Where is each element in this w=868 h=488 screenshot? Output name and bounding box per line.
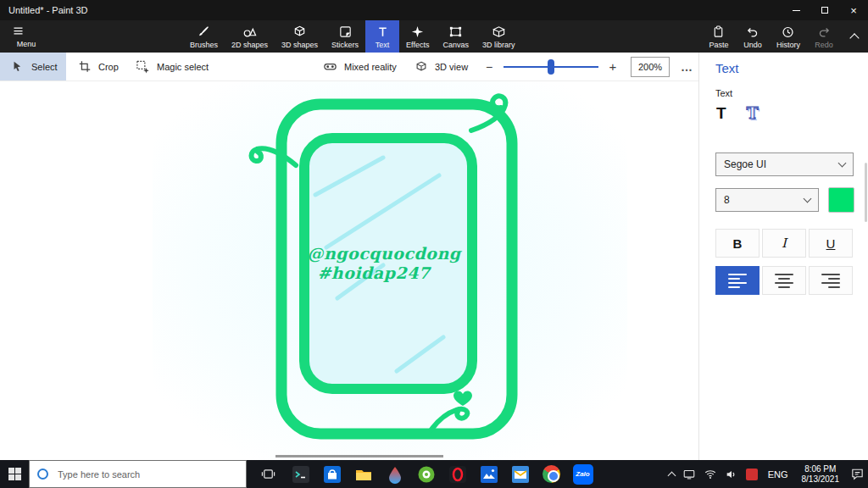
paste-button[interactable]: Paste (702, 20, 736, 53)
tool-brushes[interactable]: Brushes (183, 20, 225, 53)
crop-button[interactable]: Crop (78, 53, 119, 80)
app-icon-opera[interactable] (442, 460, 473, 488)
crop-label: Crop (98, 62, 119, 72)
plus-icon: + (609, 59, 617, 74)
taskbar-apps: Zalo (285, 460, 598, 488)
tool-label: Brushes (190, 41, 218, 49)
select-tool-button[interactable]: Select (0, 53, 66, 80)
align-center-button[interactable] (762, 266, 806, 295)
2d-text-button[interactable]: T (713, 103, 730, 125)
close-button[interactable]: × (839, 0, 868, 20)
tool-stickers[interactable]: Stickers (325, 20, 365, 53)
app-icon-terminal[interactable] (285, 460, 316, 488)
tool-canvas[interactable]: Canvas (436, 20, 476, 53)
tool-2d-shapes[interactable]: 2D shapes (225, 20, 275, 53)
3d-view-button[interactable]: 3D view (415, 53, 468, 80)
app-icon-mail[interactable] (504, 460, 536, 488)
app-icon-coccoc[interactable] (410, 460, 442, 488)
wifi-tray-button[interactable] (704, 468, 717, 481)
tool-label: 2D shapes (231, 41, 268, 49)
minimize-button[interactable] (782, 0, 810, 20)
zoom-in-button[interactable]: + (604, 53, 622, 80)
drawing-canvas[interactable]: @ngocquocdong #hoidap247 (0, 81, 698, 460)
underline-button[interactable]: U (809, 229, 853, 258)
3d-view-icon (415, 60, 428, 74)
bold-label: B (733, 236, 743, 251)
underline-label: U (826, 236, 836, 251)
chevron-up-icon (667, 471, 676, 480)
3d-text-button[interactable]: T (743, 102, 762, 124)
text-color-swatch[interactable] (828, 187, 854, 213)
app-icon-paint-drop[interactable] (379, 460, 410, 488)
network-tray-button[interactable] (682, 468, 696, 481)
taskbar-search[interactable] (29, 460, 247, 488)
start-button[interactable] (0, 460, 29, 488)
tool-text[interactable]: Text (365, 20, 399, 53)
2d-shapes-icon (242, 25, 257, 39)
zoom-out-button[interactable]: − (480, 53, 498, 80)
alignment-buttons (715, 266, 853, 295)
language-indicator[interactable]: ENG (768, 469, 788, 480)
zoom-level-box[interactable]: 200% (631, 57, 670, 77)
italic-button[interactable]: I (762, 229, 806, 258)
action-label: Redo (815, 41, 833, 49)
2d-text-icon: T (716, 104, 726, 122)
app-icon-chrome[interactable] (536, 460, 567, 488)
mixed-reality-button[interactable]: Mixed reality (323, 53, 397, 80)
tool-3d-library[interactable]: 3D library (476, 20, 522, 53)
menu-button[interactable]: Menu (7, 20, 46, 53)
text-type-buttons: T T (713, 102, 762, 125)
redo-button[interactable]: Redo (807, 20, 841, 53)
chevron-down-icon (838, 158, 847, 167)
ime-tray-button[interactable] (746, 469, 758, 480)
chrome-icon (542, 465, 560, 483)
bold-button[interactable]: B (715, 229, 760, 258)
tool-effects[interactable]: Effects (399, 20, 436, 53)
align-left-icon (728, 274, 747, 288)
language-label: ENG (768, 469, 788, 480)
app-icon-zalo[interactable]: Zalo (567, 460, 598, 488)
clock[interactable]: 8:06 PM 8/13/2021 (802, 464, 840, 485)
undo-button[interactable]: Undo (736, 20, 770, 53)
action-label: Undo (743, 41, 762, 49)
tool-options-bar: Select Crop Magic select Mixed reality 3… (0, 53, 698, 81)
history-button[interactable]: History (770, 20, 807, 53)
collapse-ribbon-button[interactable] (843, 20, 866, 53)
volume-tray-button[interactable] (725, 468, 738, 481)
see-more-button[interactable]: … (676, 53, 697, 80)
task-view-icon (261, 467, 275, 481)
select-pointer-icon (11, 60, 25, 74)
restore-button[interactable] (810, 0, 839, 20)
font-family-dropdown[interactable]: Segoe UI (715, 152, 854, 176)
notification-icon (850, 467, 865, 481)
search-input[interactable] (56, 469, 225, 480)
align-right-button[interactable] (809, 266, 853, 295)
cortana-icon (37, 469, 48, 480)
app-icon-photos[interactable] (473, 460, 504, 488)
zoom-slider-handle[interactable] (548, 59, 554, 75)
3d-library-icon (492, 25, 506, 39)
zoom-slider[interactable] (504, 53, 598, 80)
font-family-value: Segoe UI (724, 158, 766, 170)
panel-scrollbar-thumb[interactable] (865, 163, 867, 222)
3d-view-label: 3D view (435, 62, 468, 72)
app-icon-file-explorer[interactable] (348, 460, 379, 488)
magic-select-button[interactable]: Magic select (136, 53, 209, 80)
windows-logo-icon (8, 468, 21, 480)
history-icon (781, 25, 795, 39)
taskbar: Zalo ENG 8:06 PM 8/13/2021 (0, 460, 868, 488)
tool-3d-shapes[interactable]: 3D shapes (275, 20, 325, 53)
system-tray: ENG 8:06 PM 8/13/2021 (669, 460, 868, 488)
app-icon-store[interactable] (316, 460, 348, 488)
speaker-icon (725, 468, 738, 481)
tool-label: Text (376, 41, 390, 49)
tool-label: Effects (406, 41, 429, 49)
canvas-horizontal-scrollbar[interactable] (275, 455, 443, 458)
font-size-dropdown[interactable]: 8 (715, 188, 819, 212)
align-left-button[interactable] (715, 266, 760, 295)
action-label: History (776, 41, 800, 49)
task-view-button[interactable] (253, 460, 283, 488)
italic-label: I (782, 236, 787, 251)
tray-expand-button[interactable] (669, 470, 675, 479)
action-center-button[interactable] (850, 467, 865, 481)
